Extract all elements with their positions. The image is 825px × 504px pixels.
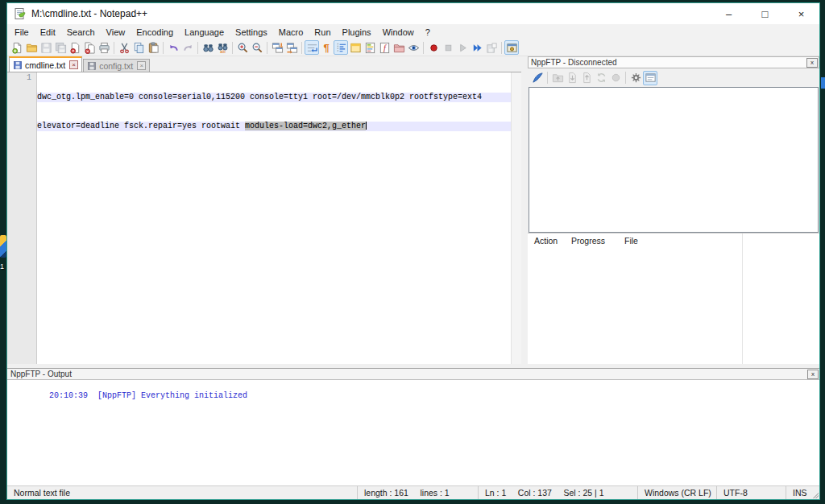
queue-header-action[interactable]: Action — [528, 236, 565, 246]
text-area[interactable]: dwc_otg.lpm_enable=0 console=serial0,115… — [37, 72, 511, 364]
menu-item-file[interactable]: File — [9, 26, 35, 39]
desktop-shortcut-icon[interactable] — [0, 235, 6, 258]
macro-record-button[interactable] — [426, 40, 441, 55]
zoom-out-icon — [251, 42, 263, 54]
title-bar[interactable]: M:\cmdline.txt - Notepad++ – □ × — [7, 3, 819, 24]
ftp-download-file-icon — [566, 72, 578, 84]
close-file-button[interactable] — [68, 40, 82, 55]
nppftp-panel-caption[interactable]: NppFTP - Disconnected x — [528, 56, 819, 68]
status-doc-type: Normal text file — [7, 486, 357, 499]
monitoring-icon — [408, 42, 420, 54]
output-panel-close-button[interactable]: x — [807, 370, 819, 379]
queue-header-progress[interactable]: Progress — [565, 236, 618, 246]
tab-close-button[interactable]: × — [137, 61, 146, 70]
nppftp-toolbar — [528, 68, 819, 87]
ftp-show-messages-button[interactable] — [643, 71, 657, 85]
queue-header-file[interactable]: File — [618, 236, 819, 246]
desktop-background: 1 M:\cmdline.txt - Notepad++ – □ × FileE… — [0, 0, 825, 504]
open-folder-button[interactable] — [24, 40, 39, 55]
nppftp-panel-title: NppFTP - Disconnected — [531, 58, 617, 67]
document-map-button[interactable] — [363, 40, 377, 55]
menu-item-macro[interactable]: Macro — [273, 26, 309, 39]
monitoring-button[interactable] — [406, 40, 421, 55]
sync-vertical-scrolling-button[interactable] — [270, 40, 284, 55]
menu-item-run[interactable]: Run — [309, 26, 336, 39]
function-list-button[interactable]: f — [377, 40, 392, 55]
minimize-button[interactable]: – — [711, 3, 747, 24]
nppftp-show-window-icon — [506, 42, 518, 54]
ftp-upload-current-file-icon — [552, 72, 564, 84]
replace-icon: ab — [217, 42, 229, 54]
output-log[interactable]: 20:10:39 [NppFTP] Everything initialized — [7, 380, 819, 485]
macro-play-icon — [457, 42, 469, 54]
close-button[interactable]: × — [783, 3, 819, 24]
indent-guide-button[interactable] — [334, 40, 348, 55]
toolbar-separator — [114, 42, 114, 54]
folder-as-workspace-button[interactable] — [392, 40, 406, 55]
undo-button[interactable] — [166, 40, 180, 55]
toolbar-separator — [625, 72, 626, 84]
ftp-upload-other-file-icon — [581, 72, 593, 84]
ftp-connect-button[interactable] — [530, 71, 545, 85]
tab-cmdline-txt[interactable]: cmdline.txt× — [9, 56, 82, 72]
menu-item-help[interactable]: ? — [420, 26, 436, 39]
menu-item-language[interactable]: Language — [179, 26, 230, 39]
editor-vertical-scrollbar[interactable] — [511, 72, 521, 364]
zoom-out-button[interactable] — [250, 40, 264, 55]
sync-horizontal-scrolling-button[interactable] — [284, 40, 299, 55]
line-number-gutter[interactable]: 1 — [7, 72, 37, 364]
undo-icon — [168, 42, 180, 54]
zoom-in-button[interactable] — [235, 40, 250, 55]
code-row-2: elevator=deadline fsck.repair=yes rootwa… — [37, 122, 511, 131]
ftp-upload-current-file-button — [550, 71, 565, 85]
tab-close-button[interactable]: × — [69, 60, 78, 69]
word-wrap-button[interactable] — [305, 40, 319, 55]
copy-button[interactable] — [131, 40, 146, 55]
maximize-button[interactable]: □ — [747, 3, 783, 24]
nppftp-panel: NppFTP - Disconnected x ActionProgressFi… — [528, 56, 819, 364]
menu-item-window[interactable]: Window — [377, 26, 420, 39]
save-all-button — [53, 40, 68, 55]
menu-item-plugins[interactable]: Plugins — [337, 26, 377, 39]
paste-button[interactable] — [146, 40, 160, 55]
macro-run-multiple-button[interactable] — [470, 40, 484, 55]
toolbar-separator — [501, 42, 502, 54]
nppftp-show-window-button[interactable] — [504, 40, 519, 55]
open-folder-icon — [26, 42, 38, 54]
transfer-queue-list[interactable] — [528, 247, 819, 364]
window-title: M:\cmdline.txt - Notepad++ — [31, 8, 147, 19]
macro-record-icon — [428, 42, 440, 54]
menu-item-search[interactable]: Search — [61, 26, 101, 39]
toolbar-separator — [232, 42, 233, 54]
new-file-button[interactable] — [10, 40, 24, 55]
ftp-file-tree[interactable] — [529, 87, 819, 233]
menu-item-encoding[interactable]: Encoding — [131, 26, 179, 39]
status-encoding[interactable]: UTF-8 — [716, 486, 786, 499]
selected-text: modules-load=dwc2,g_ether — [245, 122, 366, 130]
close-all-button[interactable] — [82, 40, 97, 55]
transfer-queue-header: ActionProgressFile — [528, 233, 819, 247]
find-button[interactable] — [201, 40, 215, 55]
output-panel-caption[interactable]: NppFTP - Output x — [7, 369, 819, 380]
show-all-characters-button[interactable]: ¶ — [319, 40, 334, 55]
menu-item-view[interactable]: View — [101, 26, 131, 39]
redo-button — [180, 40, 195, 55]
function-list-icon: f — [379, 42, 391, 54]
transfer-queue: ActionProgressFile — [528, 233, 819, 364]
replace-button[interactable]: ab — [215, 40, 230, 55]
status-eol-format[interactable]: Windows (CR LF) — [637, 486, 716, 499]
user-defined-dialog-button[interactable] — [348, 40, 363, 55]
new-file-icon — [11, 42, 23, 54]
vertical-splitter[interactable] — [521, 56, 528, 364]
nppftp-panel-close-button[interactable]: x — [806, 58, 818, 68]
svg-text:ab: ab — [220, 48, 226, 54]
resize-grip[interactable] — [812, 492, 819, 498]
ftp-settings-button[interactable] — [628, 71, 643, 85]
tab-config-txt[interactable]: config.txt× — [83, 59, 150, 72]
saved-file-icon — [87, 61, 97, 71]
menu-item-edit[interactable]: Edit — [35, 26, 61, 39]
zoom-in-icon — [237, 42, 249, 54]
menu-item-settings[interactable]: Settings — [230, 26, 273, 39]
print-button[interactable] — [97, 40, 111, 55]
cut-button[interactable] — [117, 40, 131, 55]
